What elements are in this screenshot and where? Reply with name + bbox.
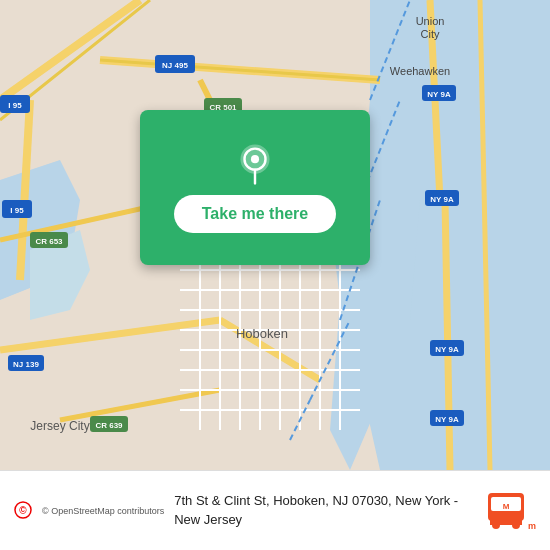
svg-text:Weehawken: Weehawken — [390, 65, 450, 77]
svg-text:Jersey City: Jersey City — [30, 419, 89, 433]
svg-rect-76 — [490, 519, 522, 525]
svg-line-12 — [445, 200, 450, 470]
svg-text:I 95: I 95 — [10, 206, 24, 215]
action-card: Take me there — [140, 110, 370, 265]
svg-text:CR 639: CR 639 — [95, 421, 123, 430]
svg-text:M: M — [503, 502, 510, 511]
svg-text:NJ 139: NJ 139 — [13, 360, 39, 369]
svg-text:City: City — [421, 28, 440, 40]
svg-text:moovit: moovit — [528, 521, 536, 531]
osm-text: © OpenStreetMap contributors — [42, 506, 164, 516]
moovit-logo: M moovit — [486, 489, 536, 533]
svg-text:I 95: I 95 — [8, 101, 22, 110]
svg-text:Union: Union — [416, 15, 445, 27]
svg-text:NY 9A: NY 9A — [435, 415, 459, 424]
osm-attribution: © — [14, 501, 32, 521]
svg-text:NY 9A: NY 9A — [427, 90, 451, 99]
map-container: I 95 I 95 NJ 495 CR 501 NY 9A NY 9A NY 9… — [0, 0, 550, 470]
svg-text:NY 9A: NY 9A — [430, 195, 454, 204]
bottom-bar: © © OpenStreetMap contributors 7th St & … — [0, 470, 550, 550]
svg-text:NJ 495: NJ 495 — [162, 61, 188, 70]
map-pin-icon — [234, 143, 276, 185]
svg-text:NY 9A: NY 9A — [435, 345, 459, 354]
address-text: 7th St & Clint St, Hoboken, NJ 07030, Ne… — [174, 492, 476, 528]
take-me-there-button[interactable]: Take me there — [174, 195, 336, 233]
svg-text:Hoboken: Hoboken — [236, 326, 288, 341]
svg-text:CR 653: CR 653 — [35, 237, 63, 246]
svg-point-68 — [251, 155, 259, 163]
svg-text:©: © — [19, 505, 27, 516]
